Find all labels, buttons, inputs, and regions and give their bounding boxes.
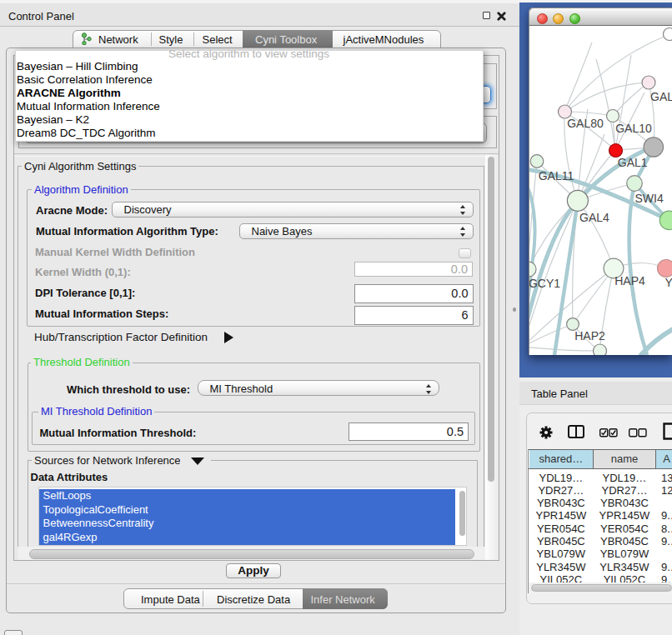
svg-text:GAL4: GAL4 bbox=[579, 211, 609, 224]
svg-text:GAL7: GAL7 bbox=[650, 90, 672, 103]
svg-text:GAL11: GAL11 bbox=[539, 169, 574, 182]
svg-text:GAL10: GAL10 bbox=[615, 122, 652, 135]
svg-text:SWI4: SWI4 bbox=[634, 192, 663, 205]
svg-text:GAL80: GAL80 bbox=[567, 117, 604, 130]
svg-text:HAP2: HAP2 bbox=[574, 329, 605, 342]
svg-text:GCY1: GCY1 bbox=[529, 277, 560, 290]
svg-text:YJ: YJ bbox=[665, 276, 672, 289]
svg-text:GAL1: GAL1 bbox=[618, 156, 648, 169]
svg-text:HAP4: HAP4 bbox=[614, 274, 645, 288]
